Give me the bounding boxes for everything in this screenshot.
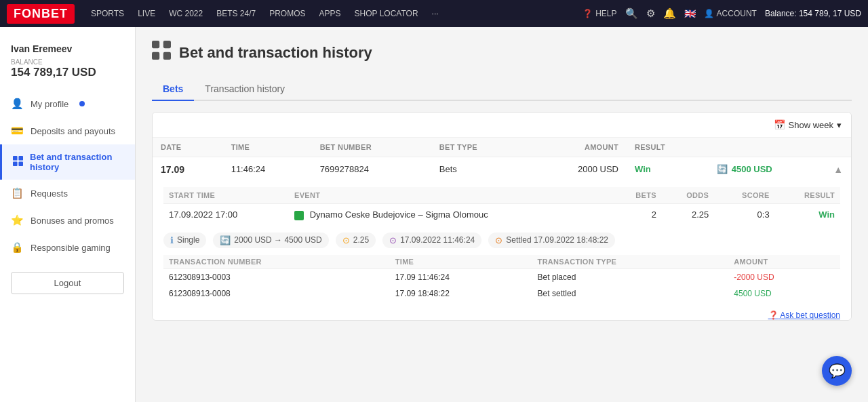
win-icon: 🔄 — [717, 164, 728, 174]
chip-settled: ⊙ Settled 17.09.2022 18:48:22 — [488, 233, 615, 248]
page-title: Bet and transaction history — [179, 44, 372, 62]
svg-rect-2 — [13, 161, 18, 166]
bet-detail-inner: Start time Event Bets Odds Score Result — [153, 182, 851, 318]
sidebar-item-requests[interactable]: 📋 Requests — [0, 180, 135, 207]
collapse-button[interactable]: ▲ — [833, 164, 843, 175]
bets-table-body: 17.09 11:46:24 7699278824 Bets 2000 USD … — [153, 157, 851, 320]
col-amount: AMOUNT — [527, 138, 627, 157]
txn-col-time: Time — [390, 255, 532, 269]
cell-amount: 2000 USD — [527, 157, 627, 182]
event-col-start-time: Start time — [163, 187, 289, 204]
profile-icon: 👤 — [11, 98, 24, 110]
main-content: Bet and transaction history Bets Transac… — [136, 27, 868, 402]
svg-rect-1 — [18, 156, 23, 161]
txn-number: 612308913-0003 — [163, 268, 390, 285]
chip-date: ⊙ 17.09.2022 11:46:24 — [382, 233, 481, 248]
col-bet-type: BET TYPE — [431, 138, 527, 157]
sidebar-item-bet-history[interactable]: Bet and transaction history — [0, 144, 135, 180]
sidebar-balance-value: 154 789,17 USD — [11, 66, 124, 79]
nav-live[interactable]: LIVE — [132, 6, 161, 21]
bet-history-icon — [13, 156, 23, 168]
event-start-time: 17.09.2022 17:00 — [163, 204, 289, 226]
sidebar-item-responsible-gaming[interactable]: 🔒 Responsible gaming — [0, 234, 135, 261]
sidebar-item-bonuses-promos[interactable]: ⭐ Bonuses and promos — [0, 207, 135, 234]
cell-time: 11:46:24 — [223, 157, 312, 182]
nav-links: SPORTS LIVE WC 2022 BETS 24/7 PROMOS APP… — [85, 6, 578, 21]
nav-sports[interactable]: SPORTS — [85, 6, 130, 21]
sidebar-logout: Logout — [11, 272, 124, 294]
cell-bet-number: 7699278824 — [312, 157, 431, 182]
event-col-bets: Bets — [612, 187, 662, 204]
bets-table-container: 📅 Show week ▾ DATE TIME BET NUMBER BET T… — [152, 112, 852, 321]
help-link[interactable]: ❓ HELP — [583, 9, 616, 18]
amount-icon: 🔄 — [220, 235, 231, 245]
sidebar-item-deposits-payouts[interactable]: 💳 Deposits and payouts — [0, 117, 135, 144]
txn-type: Bet placed — [532, 268, 729, 285]
sidebar-username: Ivan Eremeev — [11, 43, 124, 54]
svg-rect-6 — [152, 52, 159, 60]
nav-apps[interactable]: APPS — [314, 6, 347, 21]
txn-row-1: 612308913-0003 17.09 11:46:24 Bet placed… — [163, 268, 840, 285]
show-week-button[interactable]: 📅 Show week ▾ — [774, 119, 842, 130]
col-time: TIME — [223, 138, 312, 157]
chat-button[interactable]: 💬 — [822, 356, 852, 386]
nav-promos[interactable]: PROMOS — [264, 6, 311, 21]
cell-result: Win — [627, 157, 709, 182]
nav-bets247[interactable]: BETS 24/7 — [211, 6, 261, 21]
txn-time: 17.09 18:48:22 — [390, 285, 532, 302]
payout-amount: 4500 USD — [732, 164, 772, 174]
info-icon: ℹ — [170, 235, 174, 245]
show-week-label: Show week — [789, 120, 833, 130]
event-bets: 2 — [612, 204, 662, 226]
tab-transaction-history[interactable]: Transaction history — [194, 78, 296, 101]
transactions-table: Transaction number Time Transaction type… — [163, 255, 840, 302]
chat-icon: 💬 — [829, 363, 846, 379]
chip-date-label: 17.09.2022 11:46:24 — [400, 235, 475, 245]
sidebar-item-label: Requests — [31, 188, 68, 199]
cell-bet-type: Bets — [431, 157, 527, 182]
sidebar-item-my-profile[interactable]: 👤 My profile — [0, 90, 135, 117]
txn-row-2: 612308913-0008 17.09 18:48:22 Bet settle… — [163, 285, 840, 302]
settings-icon[interactable]: ⚙ — [646, 7, 655, 20]
nav-shop-locator[interactable]: SHOP LOCATOR — [349, 6, 424, 21]
event-col-odds: Odds — [662, 187, 714, 204]
sidebar-item-label: My profile — [31, 99, 68, 109]
chip-odds-label: 2.25 — [353, 235, 369, 245]
help-label: HELP — [595, 9, 616, 18]
nav-wc2022[interactable]: WC 2022 — [163, 6, 208, 21]
logout-button[interactable]: Logout — [11, 272, 124, 294]
logo[interactable]: FONBET — [7, 4, 75, 24]
event-score: 0:3 — [714, 204, 774, 226]
cell-date: 17.09 — [153, 157, 223, 182]
txn-type: Bet settled — [532, 285, 729, 302]
sidebar-balance-label: BALANCE — [11, 58, 124, 66]
event-col-score: Score — [714, 187, 774, 204]
ask-icon: ❓ — [768, 310, 778, 320]
requests-icon: 📋 — [11, 187, 24, 199]
col-result: RESULT — [627, 138, 709, 157]
col-date: DATE — [153, 138, 223, 157]
svg-rect-4 — [152, 41, 159, 48]
col-bet-number: BET NUMBER — [312, 138, 431, 157]
chip-amount-label: 2000 USD → 4500 USD — [234, 235, 321, 245]
tabs-bar: Bets Transaction history — [152, 78, 852, 101]
chip-odds: ⊙ 2.25 — [336, 233, 376, 248]
sidebar-item-label: Responsible gaming — [31, 243, 111, 253]
notifications-icon[interactable]: 🔔 — [663, 7, 676, 20]
app-layout: Ivan Eremeev BALANCE 154 789,17 USD 👤 My… — [0, 27, 868, 402]
search-icon[interactable]: 🔍 — [625, 7, 638, 20]
txn-amount: 4500 USD — [728, 285, 840, 302]
table-row[interactable]: 17.09 11:46:24 7699278824 Bets 2000 USD … — [153, 157, 851, 182]
language-flag[interactable]: 🇬🇧 — [684, 8, 696, 19]
sidebar-item-label: Deposits and payouts — [31, 126, 115, 136]
account-label: ACCOUNT — [717, 9, 757, 18]
chip-type: ℹ Single — [163, 233, 206, 248]
tab-bets[interactable]: Bets — [152, 78, 194, 101]
account-link[interactable]: 👤 ACCOUNT — [704, 9, 757, 18]
odds-icon: ⊙ — [342, 235, 350, 245]
ask-bet-question-link[interactable]: ❓ Ask bet question — [768, 310, 840, 320]
svg-rect-7 — [163, 52, 171, 60]
nav-more[interactable]: ··· — [427, 6, 444, 21]
bet-detail-cell: Start time Event Bets Odds Score Result — [153, 182, 851, 320]
event-col-event: Event — [289, 187, 612, 204]
